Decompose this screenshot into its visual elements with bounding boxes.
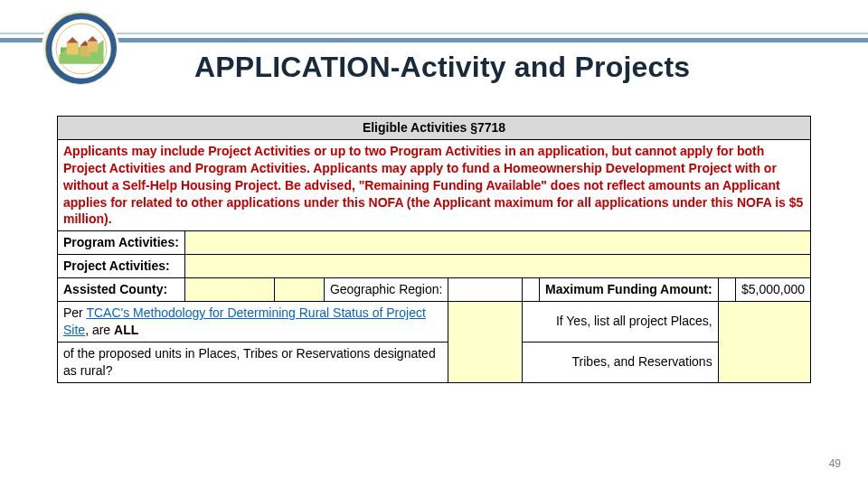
geographic-region-value (448, 278, 522, 302)
assisted-county-label: Assisted County: (58, 278, 185, 302)
assisted-county-input[interactable] (184, 278, 274, 302)
rural-yesno-input[interactable] (448, 302, 522, 383)
eligible-activities-form: Eligible Activities §7718 Applicants may… (57, 116, 811, 383)
project-activities-label: Project Activities: (58, 255, 185, 278)
rural-list-label-line1: If Yes, list all project Places, (522, 302, 718, 343)
program-activities-label: Program Activities: (58, 231, 185, 255)
spacer-cell (522, 278, 539, 302)
program-activities-input[interactable] (184, 231, 810, 255)
header-rule (0, 33, 868, 45)
notice-text: Applicants may include Project Activitie… (58, 139, 811, 230)
rural-q-mid: , are (85, 323, 114, 337)
rural-places-input[interactable] (718, 302, 810, 383)
spacer-cell-2 (718, 278, 735, 302)
rural-list-label-line2: Tribes, and Reservations (522, 342, 718, 382)
svg-rect-7 (88, 42, 98, 52)
geographic-region-label: Geographic Region: (324, 278, 448, 302)
max-funding-label: Maximum Funding Amount: (540, 278, 719, 302)
svg-rect-3 (67, 42, 79, 54)
rural-question-line2: of the proposed units in Places, Tribes … (58, 342, 448, 382)
max-funding-value: $5,000,000 (735, 278, 810, 302)
rural-q-all: ALL (114, 323, 138, 337)
rural-q-prefix: Per (63, 305, 86, 320)
project-activities-input[interactable] (184, 255, 810, 278)
page-number: 49 (829, 457, 841, 470)
agency-logo (43, 11, 118, 85)
section-header: Eligible Activities §7718 (58, 117, 811, 140)
rural-question-line1: Per TCAC's Methodology for Determining R… (58, 302, 448, 343)
page-title: APPLICATION-Activity and Projects (194, 51, 690, 84)
assisted-county-input-2[interactable] (275, 278, 325, 302)
